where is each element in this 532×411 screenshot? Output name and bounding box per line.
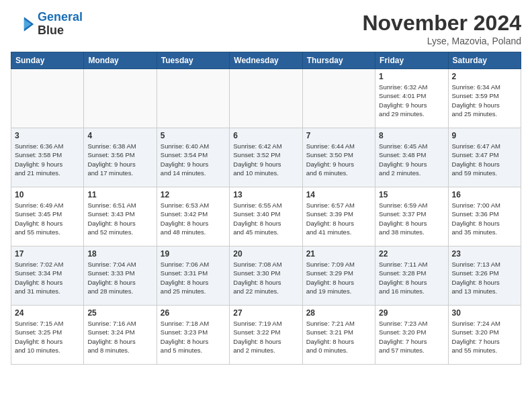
day-info: Sunrise: 6:40 AM Sunset: 3:54 PM Dayligh… bbox=[161, 142, 226, 177]
day-info: Sunrise: 7:13 AM Sunset: 3:26 PM Dayligh… bbox=[452, 260, 517, 295]
calendar-cell: 21Sunrise: 7:09 AM Sunset: 3:29 PM Dayli… bbox=[302, 246, 375, 306]
day-info: Sunrise: 6:57 AM Sunset: 3:39 PM Dayligh… bbox=[306, 201, 371, 236]
day-info: Sunrise: 7:15 AM Sunset: 3:25 PM Dayligh… bbox=[15, 319, 80, 355]
day-number: 11 bbox=[87, 190, 152, 199]
day-number: 26 bbox=[161, 308, 226, 318]
calendar-cell: 24Sunrise: 7:15 AM Sunset: 3:25 PM Dayli… bbox=[11, 306, 84, 365]
day-number: 27 bbox=[233, 308, 298, 318]
month-title: November 2024 bbox=[362, 11, 521, 36]
day-number: 10 bbox=[15, 190, 80, 199]
calendar-cell: 28Sunrise: 7:21 AM Sunset: 3:21 PM Dayli… bbox=[302, 306, 375, 365]
calendar-cell: 17Sunrise: 7:02 AM Sunset: 3:34 PM Dayli… bbox=[11, 246, 84, 306]
col-header-friday: Friday bbox=[375, 52, 448, 69]
calendar-cell bbox=[11, 69, 84, 128]
calendar-week-3: 10Sunrise: 6:49 AM Sunset: 3:45 PM Dayli… bbox=[11, 187, 521, 246]
day-number: 3 bbox=[15, 131, 80, 140]
day-number: 23 bbox=[452, 249, 517, 259]
calendar-cell: 23Sunrise: 7:13 AM Sunset: 3:26 PM Dayli… bbox=[448, 246, 521, 306]
day-number: 29 bbox=[379, 308, 444, 318]
calendar-cell: 11Sunrise: 6:51 AM Sunset: 3:43 PM Dayli… bbox=[84, 187, 157, 246]
day-info: Sunrise: 6:32 AM Sunset: 4:01 PM Dayligh… bbox=[379, 83, 444, 118]
day-info: Sunrise: 6:51 AM Sunset: 3:43 PM Dayligh… bbox=[87, 201, 152, 236]
day-number: 2 bbox=[452, 72, 517, 81]
day-info: Sunrise: 6:53 AM Sunset: 3:42 PM Dayligh… bbox=[161, 201, 226, 236]
calendar-week-4: 17Sunrise: 7:02 AM Sunset: 3:34 PM Dayli… bbox=[11, 246, 521, 306]
day-number: 24 bbox=[15, 308, 80, 318]
calendar-header-row: SundayMondayTuesdayWednesdayThursdayFrid… bbox=[11, 52, 521, 69]
calendar-cell: 12Sunrise: 6:53 AM Sunset: 3:42 PM Dayli… bbox=[157, 187, 229, 246]
day-info: Sunrise: 7:24 AM Sunset: 3:20 PM Dayligh… bbox=[452, 319, 517, 355]
col-header-monday: Monday bbox=[84, 52, 157, 69]
day-info: Sunrise: 6:55 AM Sunset: 3:40 PM Dayligh… bbox=[233, 201, 298, 236]
col-header-thursday: Thursday bbox=[302, 52, 375, 69]
day-number: 21 bbox=[306, 249, 371, 259]
day-number: 1 bbox=[379, 72, 444, 81]
calendar-cell: 4Sunrise: 6:38 AM Sunset: 3:56 PM Daylig… bbox=[84, 128, 157, 187]
day-number: 5 bbox=[161, 131, 226, 140]
calendar-cell: 2Sunrise: 6:34 AM Sunset: 3:59 PM Daylig… bbox=[448, 69, 521, 128]
calendar-cell: 20Sunrise: 7:08 AM Sunset: 3:30 PM Dayli… bbox=[230, 246, 302, 306]
day-info: Sunrise: 7:09 AM Sunset: 3:29 PM Dayligh… bbox=[306, 260, 371, 295]
col-header-saturday: Saturday bbox=[448, 52, 521, 69]
day-info: Sunrise: 6:59 AM Sunset: 3:37 PM Dayligh… bbox=[379, 201, 444, 236]
calendar-cell bbox=[230, 69, 302, 128]
calendar-table: SundayMondayTuesdayWednesdayThursdayFrid… bbox=[11, 52, 521, 365]
calendar-cell: 1Sunrise: 6:32 AM Sunset: 4:01 PM Daylig… bbox=[375, 69, 448, 128]
calendar-cell: 22Sunrise: 7:11 AM Sunset: 3:28 PM Dayli… bbox=[375, 246, 448, 306]
day-info: Sunrise: 7:04 AM Sunset: 3:33 PM Dayligh… bbox=[87, 260, 152, 295]
day-info: Sunrise: 7:11 AM Sunset: 3:28 PM Dayligh… bbox=[379, 260, 444, 295]
col-header-tuesday: Tuesday bbox=[157, 52, 229, 69]
day-info: Sunrise: 7:08 AM Sunset: 3:30 PM Dayligh… bbox=[233, 260, 298, 295]
calendar-cell: 14Sunrise: 6:57 AM Sunset: 3:39 PM Dayli… bbox=[302, 187, 375, 246]
calendar-week-2: 3Sunrise: 6:36 AM Sunset: 3:58 PM Daylig… bbox=[11, 128, 521, 187]
day-number: 28 bbox=[306, 308, 371, 318]
calendar-cell: 15Sunrise: 6:59 AM Sunset: 3:37 PM Dayli… bbox=[375, 187, 448, 246]
title-block: November 2024 Lyse, Mazovia, Poland bbox=[362, 11, 521, 46]
day-number: 19 bbox=[161, 249, 226, 259]
calendar-cell: 26Sunrise: 7:18 AM Sunset: 3:23 PM Dayli… bbox=[157, 306, 229, 365]
calendar-cell: 5Sunrise: 6:40 AM Sunset: 3:54 PM Daylig… bbox=[157, 128, 229, 187]
day-number: 6 bbox=[233, 131, 298, 140]
calendar-cell: 25Sunrise: 7:16 AM Sunset: 3:24 PM Dayli… bbox=[84, 306, 157, 365]
calendar-cell: 27Sunrise: 7:19 AM Sunset: 3:22 PM Dayli… bbox=[230, 306, 302, 365]
day-info: Sunrise: 6:34 AM Sunset: 3:59 PM Dayligh… bbox=[452, 83, 517, 118]
day-number: 30 bbox=[452, 308, 517, 318]
day-number: 22 bbox=[379, 249, 444, 259]
calendar-cell: 16Sunrise: 7:00 AM Sunset: 3:36 PM Dayli… bbox=[448, 187, 521, 246]
day-info: Sunrise: 7:23 AM Sunset: 3:20 PM Dayligh… bbox=[379, 319, 444, 355]
day-number: 12 bbox=[161, 190, 226, 199]
day-number: 9 bbox=[452, 131, 517, 140]
day-info: Sunrise: 7:18 AM Sunset: 3:23 PM Dayligh… bbox=[161, 319, 226, 355]
calendar-cell bbox=[157, 69, 229, 128]
day-info: Sunrise: 6:47 AM Sunset: 3:47 PM Dayligh… bbox=[452, 142, 517, 177]
calendar-cell: 9Sunrise: 6:47 AM Sunset: 3:47 PM Daylig… bbox=[448, 128, 521, 187]
day-info: Sunrise: 7:06 AM Sunset: 3:31 PM Dayligh… bbox=[161, 260, 226, 295]
header: General Blue November 2024 Lyse, Mazovia… bbox=[11, 11, 521, 46]
logo: General Blue bbox=[11, 11, 83, 38]
day-info: Sunrise: 6:44 AM Sunset: 3:50 PM Dayligh… bbox=[306, 142, 371, 177]
day-number: 25 bbox=[87, 308, 152, 318]
day-info: Sunrise: 7:16 AM Sunset: 3:24 PM Dayligh… bbox=[87, 319, 152, 355]
day-number: 18 bbox=[87, 249, 152, 259]
location: Lyse, Mazovia, Poland bbox=[362, 36, 521, 46]
calendar-cell: 29Sunrise: 7:23 AM Sunset: 3:20 PM Dayli… bbox=[375, 306, 448, 365]
day-info: Sunrise: 6:42 AM Sunset: 3:52 PM Dayligh… bbox=[233, 142, 298, 177]
calendar-cell bbox=[302, 69, 375, 128]
calendar-cell: 18Sunrise: 7:04 AM Sunset: 3:33 PM Dayli… bbox=[84, 246, 157, 306]
day-number: 8 bbox=[379, 131, 444, 140]
calendar-cell: 30Sunrise: 7:24 AM Sunset: 3:20 PM Dayli… bbox=[448, 306, 521, 365]
day-number: 7 bbox=[306, 131, 371, 140]
day-number: 15 bbox=[379, 190, 444, 199]
day-number: 17 bbox=[15, 249, 80, 259]
calendar-cell: 8Sunrise: 6:45 AM Sunset: 3:48 PM Daylig… bbox=[375, 128, 448, 187]
calendar-cell bbox=[84, 69, 157, 128]
calendar-week-5: 24Sunrise: 7:15 AM Sunset: 3:25 PM Dayli… bbox=[11, 306, 521, 365]
day-info: Sunrise: 6:38 AM Sunset: 3:56 PM Dayligh… bbox=[87, 142, 152, 177]
calendar-cell: 7Sunrise: 6:44 AM Sunset: 3:50 PM Daylig… bbox=[302, 128, 375, 187]
day-info: Sunrise: 7:19 AM Sunset: 3:22 PM Dayligh… bbox=[233, 319, 298, 355]
logo-text: General Blue bbox=[38, 11, 83, 38]
col-header-wednesday: Wednesday bbox=[230, 52, 302, 69]
day-number: 4 bbox=[87, 131, 152, 140]
day-info: Sunrise: 6:45 AM Sunset: 3:48 PM Dayligh… bbox=[379, 142, 444, 177]
day-number: 20 bbox=[233, 249, 298, 259]
